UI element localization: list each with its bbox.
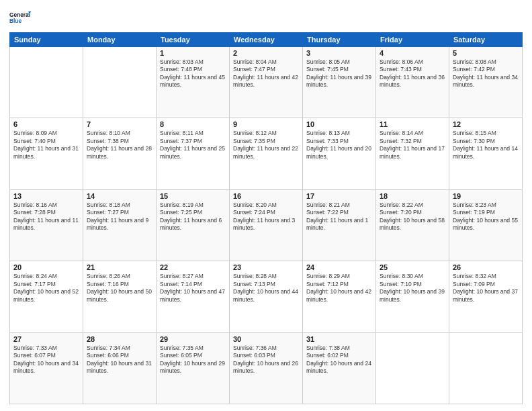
cell-details: Sunrise: 8:24 AM Sunset: 7:17 PM Dayligh…: [13, 273, 79, 304]
day-number: 11: [380, 120, 445, 128]
cell-details: Sunrise: 8:32 AM Sunset: 7:09 PM Dayligh…: [453, 273, 519, 304]
day-number: 12: [453, 120, 519, 128]
day-number: 19: [453, 192, 519, 200]
day-number: 4: [380, 49, 445, 57]
calendar-cell: 26Sunrise: 8:32 AM Sunset: 7:09 PM Dayli…: [449, 261, 523, 332]
day-number: 3: [306, 49, 372, 57]
calendar-header-wednesday: Wednesday: [230, 33, 303, 47]
cell-details: Sunrise: 8:28 AM Sunset: 7:13 PM Dayligh…: [233, 273, 299, 304]
cell-details: Sunrise: 8:03 AM Sunset: 7:48 PM Dayligh…: [160, 58, 226, 89]
calendar-header-friday: Friday: [376, 33, 449, 47]
day-number: 1: [160, 49, 226, 57]
calendar-cell: [449, 332, 523, 404]
day-number: 18: [380, 192, 445, 200]
cell-details: Sunrise: 8:30 AM Sunset: 7:10 PM Dayligh…: [380, 273, 445, 304]
day-number: 8: [160, 120, 226, 128]
calendar-cell: 25Sunrise: 8:30 AM Sunset: 7:10 PM Dayli…: [376, 261, 449, 332]
cell-details: Sunrise: 8:20 AM Sunset: 7:24 PM Dayligh…: [233, 201, 299, 232]
calendar-cell: 1Sunrise: 8:03 AM Sunset: 7:48 PM Daylig…: [157, 47, 230, 118]
calendar-cell: 2Sunrise: 8:04 AM Sunset: 7:47 PM Daylig…: [230, 47, 303, 118]
day-number: 16: [233, 192, 299, 200]
calendar-week-2: 13Sunrise: 8:16 AM Sunset: 7:28 PM Dayli…: [10, 189, 523, 261]
day-number: 10: [306, 120, 372, 128]
cell-details: Sunrise: 8:08 AM Sunset: 7:42 PM Dayligh…: [453, 58, 519, 89]
day-number: 23: [233, 263, 299, 271]
cell-details: Sunrise: 8:26 AM Sunset: 7:16 PM Dayligh…: [87, 273, 152, 304]
calendar-header-row: SundayMondayTuesdayWednesdayThursdayFrid…: [10, 33, 523, 47]
calendar-header-sunday: Sunday: [10, 33, 83, 47]
calendar-page: General Blue SundayMondayTuesdayWednesda…: [0, 0, 532, 411]
header: General Blue: [9, 7, 523, 28]
calendar-cell: 21Sunrise: 8:26 AM Sunset: 7:16 PM Dayli…: [83, 261, 157, 332]
day-number: 31: [306, 335, 372, 343]
cell-details: Sunrise: 8:29 AM Sunset: 7:12 PM Dayligh…: [306, 273, 372, 304]
calendar-cell: 30Sunrise: 7:36 AM Sunset: 6:03 PM Dayli…: [230, 332, 303, 404]
cell-details: Sunrise: 7:35 AM Sunset: 6:05 PM Dayligh…: [160, 345, 226, 375]
calendar-cell: 11Sunrise: 8:14 AM Sunset: 7:32 PM Dayli…: [376, 118, 449, 189]
day-number: 30: [233, 335, 299, 343]
calendar-week-3: 20Sunrise: 8:24 AM Sunset: 7:17 PM Dayli…: [10, 261, 523, 332]
calendar-cell: 18Sunrise: 8:22 AM Sunset: 7:20 PM Dayli…: [376, 189, 449, 261]
calendar-week-0: 1Sunrise: 8:03 AM Sunset: 7:48 PM Daylig…: [10, 47, 523, 118]
svg-text:Blue: Blue: [9, 17, 21, 24]
calendar-cell: 7Sunrise: 8:10 AM Sunset: 7:38 PM Daylig…: [83, 118, 157, 189]
calendar-cell: 8Sunrise: 8:11 AM Sunset: 7:37 PM Daylig…: [157, 118, 230, 189]
day-number: 29: [160, 335, 226, 343]
calendar-cell: 6Sunrise: 8:09 AM Sunset: 7:40 PM Daylig…: [10, 118, 83, 189]
calendar-cell: 4Sunrise: 8:06 AM Sunset: 7:43 PM Daylig…: [376, 47, 449, 118]
cell-details: Sunrise: 7:38 AM Sunset: 6:02 PM Dayligh…: [306, 345, 372, 375]
calendar-cell: 28Sunrise: 7:34 AM Sunset: 6:06 PM Dayli…: [83, 332, 157, 404]
cell-details: Sunrise: 8:23 AM Sunset: 7:19 PM Dayligh…: [453, 201, 519, 232]
cell-details: Sunrise: 8:11 AM Sunset: 7:37 PM Dayligh…: [160, 130, 226, 161]
calendar-cell: 14Sunrise: 8:18 AM Sunset: 7:27 PM Dayli…: [83, 189, 157, 261]
cell-details: Sunrise: 8:22 AM Sunset: 7:20 PM Dayligh…: [380, 201, 445, 232]
day-number: 20: [13, 263, 79, 271]
calendar-cell: 24Sunrise: 8:29 AM Sunset: 7:12 PM Dayli…: [303, 261, 376, 332]
day-number: 22: [160, 263, 226, 271]
calendar-cell: 13Sunrise: 8:16 AM Sunset: 7:28 PM Dayli…: [10, 189, 83, 261]
calendar-cell: 5Sunrise: 8:08 AM Sunset: 7:42 PM Daylig…: [449, 47, 523, 118]
cell-details: Sunrise: 8:05 AM Sunset: 7:45 PM Dayligh…: [306, 58, 372, 89]
day-number: 28: [87, 335, 152, 343]
calendar-cell: 16Sunrise: 8:20 AM Sunset: 7:24 PM Dayli…: [230, 189, 303, 261]
cell-details: Sunrise: 8:04 AM Sunset: 7:47 PM Dayligh…: [233, 58, 299, 89]
cell-details: Sunrise: 8:19 AM Sunset: 7:25 PM Dayligh…: [160, 201, 226, 232]
cell-details: Sunrise: 8:16 AM Sunset: 7:28 PM Dayligh…: [13, 201, 79, 232]
day-number: 6: [13, 120, 79, 128]
calendar-cell: 12Sunrise: 8:15 AM Sunset: 7:30 PM Dayli…: [449, 118, 523, 189]
cell-details: Sunrise: 8:18 AM Sunset: 7:27 PM Dayligh…: [87, 201, 152, 232]
day-number: 26: [453, 263, 519, 271]
day-number: 2: [233, 49, 299, 57]
day-number: 25: [380, 263, 445, 271]
calendar-cell: 10Sunrise: 8:13 AM Sunset: 7:33 PM Dayli…: [303, 118, 376, 189]
calendar-week-4: 27Sunrise: 7:33 AM Sunset: 6:07 PM Dayli…: [10, 332, 523, 404]
calendar-cell: 29Sunrise: 7:35 AM Sunset: 6:05 PM Dayli…: [157, 332, 230, 404]
cell-details: Sunrise: 8:09 AM Sunset: 7:40 PM Dayligh…: [13, 130, 79, 161]
day-number: 7: [87, 120, 152, 128]
calendar-cell: 22Sunrise: 8:27 AM Sunset: 7:14 PM Dayli…: [157, 261, 230, 332]
calendar-cell: [83, 47, 157, 118]
day-number: 24: [306, 263, 372, 271]
cell-details: Sunrise: 7:33 AM Sunset: 6:07 PM Dayligh…: [13, 345, 79, 375]
calendar-cell: 19Sunrise: 8:23 AM Sunset: 7:19 PM Dayli…: [449, 189, 523, 261]
cell-details: Sunrise: 8:12 AM Sunset: 7:35 PM Dayligh…: [233, 130, 299, 161]
calendar-week-1: 6Sunrise: 8:09 AM Sunset: 7:40 PM Daylig…: [10, 118, 523, 189]
cell-details: Sunrise: 7:36 AM Sunset: 6:03 PM Dayligh…: [233, 345, 299, 375]
calendar-header-monday: Monday: [83, 33, 157, 47]
cell-details: Sunrise: 8:15 AM Sunset: 7:30 PM Dayligh…: [453, 130, 519, 161]
calendar-cell: 9Sunrise: 8:12 AM Sunset: 7:35 PM Daylig…: [230, 118, 303, 189]
day-number: 9: [233, 120, 299, 128]
day-number: 17: [306, 192, 372, 200]
calendar-cell: 3Sunrise: 8:05 AM Sunset: 7:45 PM Daylig…: [303, 47, 376, 118]
day-number: 5: [453, 49, 519, 57]
calendar-cell: 15Sunrise: 8:19 AM Sunset: 7:25 PM Dayli…: [157, 189, 230, 261]
logo: General Blue: [9, 7, 31, 28]
cell-details: Sunrise: 7:34 AM Sunset: 6:06 PM Dayligh…: [87, 345, 152, 375]
day-number: 14: [87, 192, 152, 200]
cell-details: Sunrise: 8:13 AM Sunset: 7:33 PM Dayligh…: [306, 130, 372, 161]
cell-details: Sunrise: 8:10 AM Sunset: 7:38 PM Dayligh…: [87, 130, 152, 161]
calendar-header-saturday: Saturday: [449, 33, 523, 47]
calendar-table: SundayMondayTuesdayWednesdayThursdayFrid…: [9, 32, 523, 404]
calendar-cell: 27Sunrise: 7:33 AM Sunset: 6:07 PM Dayli…: [10, 332, 83, 404]
cell-details: Sunrise: 8:14 AM Sunset: 7:32 PM Dayligh…: [380, 130, 445, 161]
